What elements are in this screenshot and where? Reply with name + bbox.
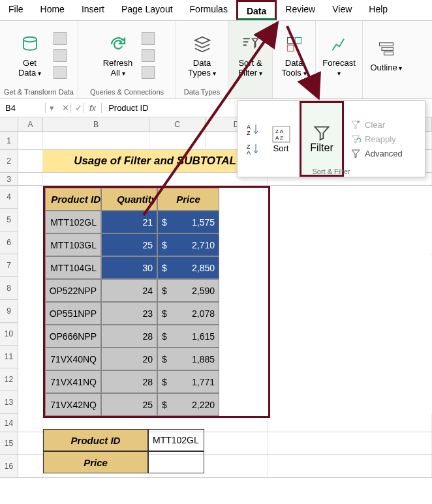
cell-price[interactable]: $2,710 (157, 233, 219, 256)
col-C[interactable]: C (149, 117, 206, 131)
menu-view[interactable]: View (324, 0, 360, 20)
cell-productid[interactable]: OP551NPP (45, 302, 101, 325)
menu-review[interactable]: Review (277, 0, 324, 20)
menu-bar: File Home Insert Page Layout Formulas Da… (0, 0, 432, 21)
cell-productid[interactable]: OP666NPP (45, 325, 101, 348)
formula-value[interactable]: Product ID (101, 103, 155, 113)
row-head[interactable]: 11 (0, 346, 18, 368)
cell-quantity[interactable]: 20 (101, 348, 157, 370)
table-row[interactable]: 71VX40NQ20$1,885 (45, 348, 268, 370)
cell-productid[interactable]: 71VX40NQ (45, 348, 101, 370)
row-head[interactable]: 15 (0, 432, 18, 454)
row-head[interactable]: 4 (0, 186, 18, 209)
cell-productid[interactable]: MTT102GL (45, 211, 101, 233)
menu-file[interactable]: File (0, 0, 32, 20)
sort-asc-button[interactable]: AZ (247, 123, 262, 136)
cell-price[interactable]: $2,850 (157, 256, 219, 279)
cell-price[interactable]: $1,575 (157, 211, 219, 233)
forecast-button[interactable]: Forecast (321, 33, 358, 78)
row-head[interactable]: 1 (0, 132, 18, 149)
advanced-icon (350, 148, 361, 158)
col-B[interactable]: B (43, 117, 149, 131)
cancel-icon[interactable]: ✕ (58, 103, 71, 113)
menu-pagelayout[interactable]: Page Layout (113, 0, 181, 20)
svg-rect-4 (380, 43, 393, 46)
forecast-icon (328, 33, 350, 55)
table-row[interactable]: OP551NPP23$2,078 (45, 302, 268, 325)
menu-insert[interactable]: Insert (73, 0, 113, 20)
svg-text:Z A: Z A (275, 128, 284, 134)
namebox-dropdown-icon[interactable]: ▾ (46, 103, 58, 113)
get-data-mini[interactable] (54, 32, 67, 79)
lookup-value-productid[interactable]: MTT102GL (148, 429, 204, 451)
name-box[interactable]: B4 (0, 103, 46, 113)
row-head[interactable]: 16 (0, 455, 18, 477)
refresh-all-button[interactable]: Refresh All (100, 33, 136, 78)
cell-price[interactable]: $2,590 (157, 279, 219, 302)
advanced-button[interactable]: Advanced (350, 148, 425, 158)
cell-price[interactable]: $1,885 (157, 348, 219, 370)
fx-icon[interactable]: fx (84, 103, 101, 113)
row-head[interactable]: 7 (0, 254, 18, 277)
cell-productid[interactable]: OP522NPP (45, 279, 101, 302)
table-row[interactable]: MTT103GL25$2,710 (45, 233, 268, 256)
row-head[interactable]: 2 (0, 150, 18, 172)
cell-quantity[interactable]: 25 (101, 393, 157, 416)
row-head[interactable]: 13 (0, 391, 18, 414)
row-head[interactable]: 9 (0, 300, 18, 323)
table-row[interactable]: 71VX42NQ25$2,220 (45, 393, 268, 416)
cell-quantity[interactable]: 23 (101, 302, 157, 325)
clear-button[interactable]: Clear (350, 119, 425, 130)
cell-price[interactable]: $2,078 (157, 302, 219, 325)
row-head[interactable]: 14 (0, 414, 18, 432)
menu-data[interactable]: Data (236, 0, 277, 20)
cell-quantity[interactable]: 25 (101, 233, 157, 256)
table-row[interactable]: 71VX41NQ28$1,771 (45, 370, 268, 393)
reapply-button[interactable]: Reapply (350, 134, 425, 144)
data-tools-button[interactable]: Data Tools (276, 33, 313, 78)
row-head[interactable]: 12 (0, 368, 18, 391)
outline-button[interactable]: Outline (368, 38, 405, 72)
th-price[interactable]: Price (157, 188, 219, 211)
row-head[interactable]: 8 (0, 277, 18, 300)
th-quantity[interactable]: Quantity (101, 188, 157, 211)
cell-quantity[interactable]: 28 (101, 370, 157, 393)
menu-help[interactable]: Help (360, 0, 396, 20)
table-row[interactable]: MTT104GL30$2,850 (45, 256, 268, 279)
lookup-label-productid: Product ID (43, 429, 148, 451)
cell-quantity[interactable]: 24 (101, 279, 157, 302)
svg-rect-6 (384, 52, 393, 55)
col-A[interactable]: A (18, 117, 43, 131)
data-types-button[interactable]: Data Types (184, 33, 221, 78)
get-data-button[interactable]: Get Data (12, 33, 48, 78)
row-head[interactable]: 6 (0, 231, 18, 254)
sheet-title[interactable]: Usage of Filter and SUBTOTAL (43, 150, 268, 172)
sort-filter-button[interactable]: Sort & Filter (232, 33, 269, 78)
cell-productid[interactable]: MTT104GL (45, 256, 101, 279)
cell-quantity[interactable]: 30 (101, 256, 157, 279)
row-head[interactable]: 10 (0, 323, 18, 346)
cell-productid[interactable]: 71VX41NQ (45, 370, 101, 393)
filter-button[interactable]: Filter (300, 101, 344, 177)
row-head[interactable]: 3 (0, 173, 18, 185)
lookup-value-price[interactable] (148, 451, 204, 473)
table-row[interactable]: OP522NPP24$2,590 (45, 279, 268, 302)
cell-quantity[interactable]: 28 (101, 325, 157, 348)
sort-button[interactable]: Z AA Z Sort (271, 125, 291, 153)
menu-formulas[interactable]: Formulas (181, 0, 236, 20)
cell-productid[interactable]: 71VX42NQ (45, 393, 101, 416)
row-head[interactable]: 5 (0, 209, 18, 231)
th-product-id[interactable]: Product ID (45, 188, 101, 211)
menu-home[interactable]: Home (32, 0, 73, 20)
check-icon[interactable]: ✓ (71, 103, 84, 113)
cell-quantity[interactable]: 21 (101, 211, 157, 233)
cell-price[interactable]: $1,615 (157, 325, 219, 348)
cell-price[interactable]: $2,220 (157, 393, 219, 416)
table-row[interactable]: MTT102GL21$1,575 (45, 211, 268, 233)
cell-price[interactable]: $1,771 (157, 370, 219, 393)
refresh-mini[interactable] (142, 32, 155, 79)
select-all[interactable] (0, 117, 18, 131)
cell-productid[interactable]: MTT103GL (45, 233, 101, 256)
table-row[interactable]: OP666NPP28$1,615 (45, 325, 268, 348)
sort-desc-button[interactable]: ZA (247, 142, 262, 155)
